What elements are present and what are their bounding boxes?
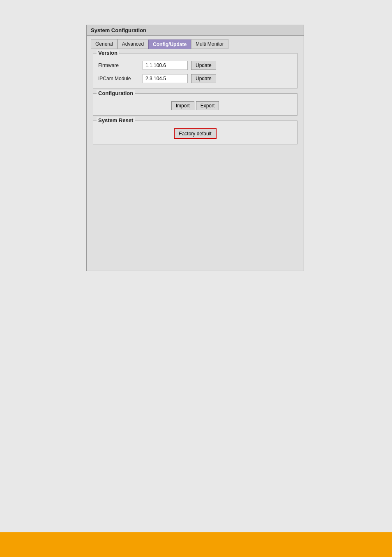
firmware-value[interactable]	[143, 61, 188, 70]
tabs-row: General Advanced Config/Update Multi Mon…	[87, 36, 304, 49]
panel-title: System Configuration	[87, 25, 304, 36]
export-button[interactable]: Export	[196, 101, 219, 110]
orange-bar	[0, 532, 392, 557]
system-reset-legend: System Reset	[97, 117, 135, 123]
tab-config-update[interactable]: Config/Update	[148, 39, 191, 49]
tab-general[interactable]: General	[91, 39, 118, 49]
firmware-update-button[interactable]: Update	[191, 61, 216, 70]
ipcam-label: IPCam Module	[98, 76, 139, 81]
version-legend: Version	[97, 50, 119, 56]
bottom-spacer	[93, 149, 297, 265]
configuration-legend: Configuration	[97, 90, 135, 96]
firmware-label: Firmware	[98, 63, 139, 68]
tab-multi-monitor[interactable]: Multi Monitor	[191, 39, 228, 49]
import-button[interactable]: Import	[171, 101, 194, 110]
system-reset-buttons: Factory default	[98, 128, 292, 139]
panel-title-text: System Configuration	[91, 27, 146, 33]
ipcam-update-button[interactable]: Update	[191, 74, 216, 83]
ipcam-row: IPCam Module Update	[98, 74, 292, 83]
factory-default-button[interactable]: Factory default	[174, 128, 216, 139]
tab-advanced[interactable]: Advanced	[118, 39, 148, 49]
system-config-panel: System Configuration General Advanced Co…	[86, 25, 304, 271]
main-content: System Configuration General Advanced Co…	[86, 25, 304, 271]
system-reset-section: System Reset Factory default	[93, 121, 297, 144]
version-section: Version Firmware Update IPCam Module Upd…	[93, 53, 297, 88]
configuration-section: Configuration Import Export	[93, 93, 297, 116]
config-buttons: Import Export	[98, 101, 292, 110]
firmware-row: Firmware Update	[98, 61, 292, 70]
tab-content: Version Firmware Update IPCam Module Upd…	[87, 49, 304, 271]
ipcam-value[interactable]	[143, 74, 188, 83]
